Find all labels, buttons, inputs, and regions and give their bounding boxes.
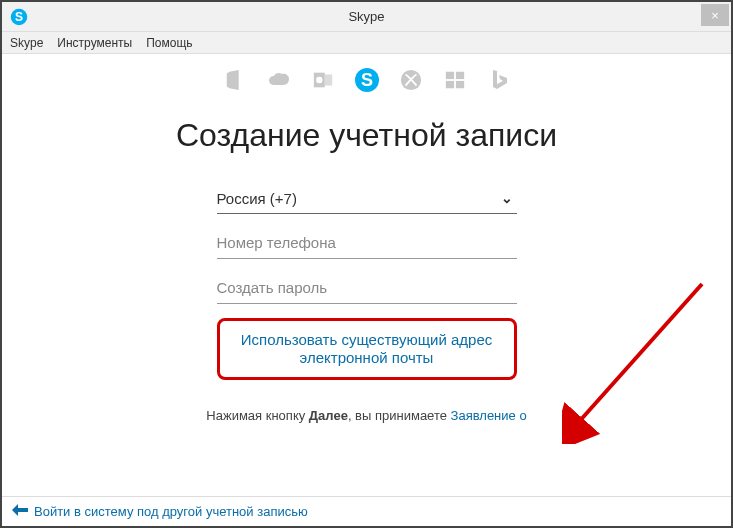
titlebar: S Skype × bbox=[2, 2, 731, 32]
arrow-left-icon bbox=[12, 504, 28, 519]
terms-link[interactable]: Заявление о bbox=[451, 408, 527, 423]
outlook-icon bbox=[311, 68, 335, 92]
footer: Войти в систему под другой учетной запис… bbox=[2, 496, 731, 526]
menubar: Skype Инструменты Помощь bbox=[2, 32, 731, 54]
service-icon-row: S bbox=[2, 68, 731, 92]
terms-next: Далее bbox=[309, 408, 348, 423]
menu-skype[interactable]: Skype bbox=[10, 36, 43, 50]
menu-tools[interactable]: Инструменты bbox=[57, 36, 132, 50]
password-input[interactable] bbox=[217, 279, 517, 296]
svg-rect-9 bbox=[455, 72, 463, 79]
terms-prefix: Нажимая кнопку bbox=[206, 408, 308, 423]
page-heading: Создание учетной записи bbox=[2, 116, 731, 154]
back-link[interactable]: Войти в систему под другой учетной запис… bbox=[12, 504, 308, 519]
use-email-link[interactable]: Использовать существующий адрес электрон… bbox=[241, 331, 493, 366]
svg-text:S: S bbox=[360, 70, 372, 90]
svg-rect-8 bbox=[445, 72, 453, 79]
country-select[interactable]: Россия (+7) ⌄ bbox=[217, 184, 517, 214]
signup-form: Россия (+7) ⌄ Использовать существующий … bbox=[217, 184, 517, 380]
onedrive-icon bbox=[267, 68, 291, 92]
bing-icon bbox=[487, 68, 511, 92]
phone-row bbox=[217, 228, 517, 259]
country-value: Россия (+7) bbox=[217, 190, 297, 207]
skype-icon: S bbox=[355, 68, 379, 92]
svg-point-4 bbox=[316, 77, 322, 83]
svg-rect-3 bbox=[324, 75, 331, 86]
terms-mid: , вы принимаете bbox=[348, 408, 451, 423]
xbox-icon bbox=[399, 68, 423, 92]
phone-input[interactable] bbox=[217, 234, 517, 251]
office-icon bbox=[223, 68, 247, 92]
menu-help[interactable]: Помощь bbox=[146, 36, 192, 50]
password-row bbox=[217, 273, 517, 304]
chevron-down-icon: ⌄ bbox=[501, 190, 513, 206]
window-title: Skype bbox=[348, 9, 384, 24]
svg-rect-10 bbox=[445, 81, 453, 88]
close-icon: × bbox=[711, 8, 719, 23]
use-email-link-box: Использовать существующий адрес электрон… bbox=[217, 318, 517, 380]
windows-icon bbox=[443, 68, 467, 92]
terms-text: Нажимая кнопку Далее, вы принимаете Заяв… bbox=[2, 408, 731, 423]
close-button[interactable]: × bbox=[701, 4, 729, 26]
content: S Создание учетной записи Россия (+7) ⌄ … bbox=[2, 54, 731, 496]
back-link-label: Войти в систему под другой учетной запис… bbox=[34, 504, 308, 519]
skype-logo-icon: S bbox=[10, 8, 28, 26]
svg-text:S: S bbox=[15, 9, 23, 23]
svg-rect-11 bbox=[455, 81, 463, 88]
svg-line-12 bbox=[577, 284, 702, 424]
